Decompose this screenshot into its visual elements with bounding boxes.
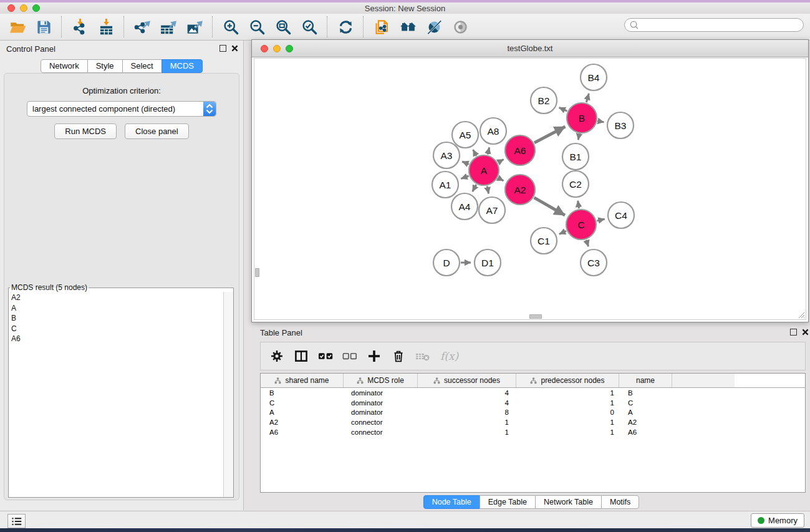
control-tab-select[interactable]: Select: [122, 59, 162, 73]
graph-edge-A-A4: [473, 185, 476, 191]
table-row-A6[interactable]: A6connector11A6: [261, 427, 805, 437]
toggle-graphics-details-icon[interactable]: [424, 17, 444, 37]
table-cell: dominator: [344, 388, 418, 398]
column-header-successor-nodes[interactable]: successor nodes: [418, 374, 516, 387]
graph-node-C4[interactable]: C4: [608, 202, 634, 228]
mcds-result-item[interactable]: A6: [11, 334, 224, 344]
add-column-icon[interactable]: [367, 347, 382, 365]
mcds-result-item[interactable]: B: [11, 313, 224, 324]
select-all-checked-icon[interactable]: [318, 347, 333, 365]
graph-node-C1[interactable]: C1: [531, 228, 557, 254]
table-row-B[interactable]: Bdominator41B: [261, 388, 805, 398]
graph-node-B1[interactable]: B1: [562, 143, 589, 170]
function-fx-icon: f(x): [440, 347, 461, 365]
table-panel: Table Panel f(x) shared name MCDS role s…: [253, 324, 810, 509]
window-resize-grip[interactable]: [798, 311, 805, 319]
float-table-panel-icon[interactable]: [790, 329, 797, 336]
zoom-fit-icon[interactable]: [273, 17, 293, 37]
graph-node-B4[interactable]: B4: [581, 64, 607, 90]
graph-node-A4[interactable]: A4: [451, 193, 478, 220]
graph-node-D1[interactable]: D1: [475, 249, 501, 276]
search-box[interactable]: [624, 18, 804, 32]
network-canvas[interactable]: AA6A2BCA5A8A3A1A4A7B2B4B3B1C2C4C1C3DD1: [254, 58, 806, 320]
table-cell: connector: [344, 427, 418, 437]
export-network-icon[interactable]: [132, 17, 152, 37]
refresh-icon[interactable]: [335, 17, 355, 37]
column-header-shared-name[interactable]: shared name: [261, 374, 344, 387]
task-history-button[interactable]: [7, 514, 26, 528]
zoom-in-icon[interactable]: [221, 17, 241, 37]
column-header-predecessor-nodes[interactable]: predecessor nodes: [516, 374, 619, 387]
graph-edge-A-A2: [498, 178, 504, 181]
import-network-icon[interactable]: [70, 17, 90, 37]
table-header-row: shared name MCDS role successor nodes pr…: [261, 374, 805, 388]
graph-node-A7[interactable]: A7: [479, 197, 505, 223]
column-header-MCDS-role[interactable]: MCDS role: [344, 374, 418, 387]
column-panes-icon[interactable]: [294, 347, 309, 365]
close-panel-icon[interactable]: [231, 45, 238, 52]
optimization-criterion-dropdown[interactable]: largest connected component (directed): [27, 101, 216, 117]
table-row-C[interactable]: Cdominator41C: [261, 398, 805, 408]
unselect-all-icon[interactable]: [342, 347, 357, 365]
column-header-name[interactable]: name: [619, 374, 672, 387]
graph-node-A[interactable]: A: [469, 155, 499, 185]
open-session-icon[interactable]: [7, 17, 27, 37]
float-panel-icon[interactable]: [219, 45, 226, 52]
graph-node-D[interactable]: D: [433, 249, 460, 276]
table-row-A[interactable]: Adominator80A: [261, 407, 805, 417]
network-hscroll-thumb[interactable]: [529, 314, 542, 319]
table-tab-network-table[interactable]: Network Table: [535, 495, 602, 509]
node-table: shared name MCDS role successor nodes pr…: [260, 373, 806, 493]
export-image-icon[interactable]: [185, 17, 205, 37]
export-table-icon[interactable]: [158, 17, 178, 37]
mcds-result-item[interactable]: A: [11, 303, 224, 314]
zoom-selected-icon[interactable]: [299, 17, 319, 37]
graph-node-B2[interactable]: B2: [531, 87, 557, 114]
graph-node-C[interactable]: C: [566, 210, 596, 239]
table-row-A2[interactable]: A2connector11A2: [261, 417, 805, 427]
graph-node-A8[interactable]: A8: [480, 118, 506, 144]
search-input[interactable]: [640, 20, 803, 30]
table-cell: 1: [516, 427, 619, 437]
graph-node-A1[interactable]: A1: [432, 172, 458, 198]
graph-node-C3[interactable]: C3: [581, 249, 607, 276]
graph-edge-A-A6: [498, 160, 504, 163]
import-table-icon[interactable]: [96, 17, 116, 37]
graph-node-C2[interactable]: C2: [562, 171, 589, 197]
close-panel-button[interactable]: Close panel: [125, 123, 189, 139]
run-mcds-button[interactable]: Run MCDS: [54, 123, 117, 139]
new-network-document-icon[interactable]: [372, 17, 392, 37]
search-icon: [629, 19, 640, 31]
home-overview-icon[interactable]: [398, 17, 418, 37]
graph-node-A2[interactable]: A2: [505, 175, 535, 205]
close-table-panel-icon[interactable]: [802, 329, 809, 336]
table-tab-node-table[interactable]: Node Table: [423, 495, 480, 509]
show-view-icon[interactable]: [450, 17, 470, 37]
network-window-titlebar[interactable]: testGlobe.txt: [252, 40, 808, 57]
table-tab-motifs[interactable]: Motifs: [601, 495, 639, 509]
graph-node-A3[interactable]: A3: [433, 142, 460, 168]
graph-node-A6[interactable]: A6: [505, 135, 535, 165]
memory-button[interactable]: Memory: [751, 513, 804, 528]
titlebar: Session: New Session: [0, 2, 810, 14]
mcds-result-item[interactable]: A2: [11, 293, 224, 303]
result-list-scrollbar[interactable]: [223, 292, 233, 497]
svg-text:B: B: [579, 113, 585, 123]
svg-text:A2: A2: [514, 185, 526, 195]
zoom-out-icon[interactable]: [247, 17, 267, 37]
save-session-icon[interactable]: [34, 17, 54, 37]
table-cell: B: [261, 388, 344, 398]
network-vscroll-thumb[interactable]: [255, 268, 259, 277]
table-cell: 8: [418, 407, 516, 417]
mcds-result-item[interactable]: C: [11, 324, 224, 334]
delete-column-icon[interactable]: [391, 347, 406, 365]
control-tab-network[interactable]: Network: [41, 59, 88, 73]
control-tab-style[interactable]: Style: [87, 59, 123, 73]
table-tab-edge-table[interactable]: Edge Table: [480, 495, 536, 509]
graph-node-B[interactable]: B: [567, 103, 597, 133]
gear-icon[interactable]: [269, 347, 284, 365]
graph-node-B3[interactable]: B3: [607, 112, 634, 138]
svg-text:A8: A8: [488, 126, 499, 137]
graph-node-A5[interactable]: A5: [452, 122, 478, 148]
control-tab-mcds[interactable]: MCDS: [162, 59, 203, 73]
